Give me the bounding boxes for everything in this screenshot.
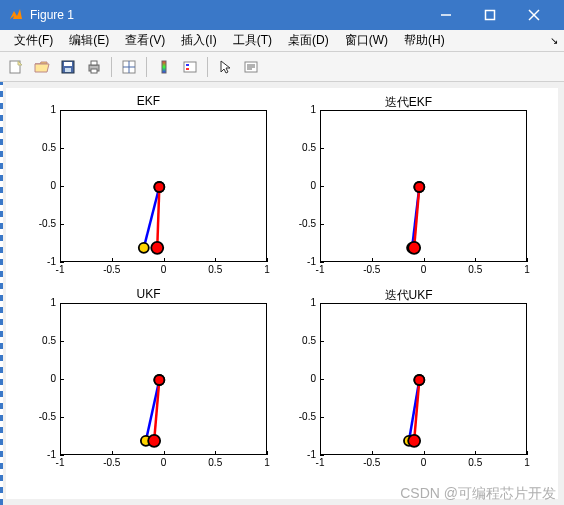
- new-figure-button[interactable]: [4, 55, 28, 79]
- ytick-label: 1: [310, 297, 316, 308]
- series-marker: [408, 435, 420, 447]
- toolbar: [0, 52, 564, 82]
- plot-svg: [61, 111, 268, 263]
- xtick-label: -1: [50, 457, 70, 468]
- subplot-bottom-right: 迭代UKF-1-0.500.51-1-0.500.51: [286, 303, 531, 473]
- series-marker: [408, 242, 420, 254]
- menu-insert[interactable]: 插入(I): [173, 30, 224, 51]
- left-edge-decor: [0, 82, 3, 505]
- ytick-label: -0.5: [299, 411, 316, 422]
- pointer-button[interactable]: [213, 55, 237, 79]
- ytick-label: 1: [310, 104, 316, 115]
- plot-svg: [61, 304, 268, 456]
- ytick-label: -0.5: [39, 411, 56, 422]
- edit-plot-button[interactable]: [239, 55, 263, 79]
- xtick-label: 0.5: [465, 457, 485, 468]
- titlebar: Figure 1: [0, 0, 564, 30]
- toolbar-separator: [111, 57, 112, 77]
- axes-box[interactable]: [60, 110, 267, 262]
- print-button[interactable]: [82, 55, 106, 79]
- xtick-label: -0.5: [102, 264, 122, 275]
- menu-edit[interactable]: 编辑(E): [61, 30, 117, 51]
- ytick-label: 0: [310, 180, 316, 191]
- xtick-label: 0.5: [205, 457, 225, 468]
- svg-rect-7: [65, 68, 71, 72]
- menu-window[interactable]: 窗口(W): [337, 30, 396, 51]
- xtick-label: 1: [517, 457, 537, 468]
- series-marker: [414, 182, 424, 192]
- series-marker: [139, 243, 149, 253]
- xtick-label: 1: [257, 457, 277, 468]
- xtick-label: -1: [310, 457, 330, 468]
- figure-canvas: EKF-1-0.500.51-1-0.500.51迭代EKF-1-0.500.5…: [0, 82, 564, 505]
- subplot-title: 迭代EKF: [286, 94, 531, 111]
- xtick-label: 0: [414, 457, 434, 468]
- save-button[interactable]: [56, 55, 80, 79]
- menu-desktop[interactable]: 桌面(D): [280, 30, 337, 51]
- ytick-label: 1: [50, 297, 56, 308]
- xtick-label: -1: [50, 264, 70, 275]
- ytick-label: 0.5: [302, 335, 316, 346]
- dock-arrow-icon[interactable]: ↘: [550, 35, 558, 46]
- menu-help[interactable]: 帮助(H): [396, 30, 453, 51]
- svg-rect-15: [184, 62, 196, 72]
- ytick-label: 1: [50, 104, 56, 115]
- series-marker: [151, 242, 163, 254]
- svg-rect-9: [91, 61, 97, 65]
- subplot-top-left: EKF-1-0.500.51-1-0.500.51: [26, 110, 271, 280]
- subplot-bottom-left: UKF-1-0.500.51-1-0.500.51: [26, 303, 271, 473]
- subplot-title: EKF: [26, 94, 271, 108]
- menu-tools[interactable]: 工具(T): [225, 30, 280, 51]
- insert-colorbar-button[interactable]: [152, 55, 176, 79]
- datacursor-button[interactable]: [117, 55, 141, 79]
- xtick-label: -0.5: [362, 264, 382, 275]
- xtick-label: 1: [257, 264, 277, 275]
- svg-rect-1: [486, 11, 495, 20]
- svg-rect-14: [162, 61, 166, 73]
- open-button[interactable]: [30, 55, 54, 79]
- series-marker: [154, 182, 164, 192]
- axes-box[interactable]: [60, 303, 267, 455]
- window-title: Figure 1: [30, 8, 424, 22]
- series-marker: [154, 375, 164, 385]
- matlab-logo-icon: [8, 7, 24, 23]
- ytick-label: -0.5: [299, 218, 316, 229]
- xtick-label: -0.5: [102, 457, 122, 468]
- xtick-label: 0.5: [465, 264, 485, 275]
- minimize-button[interactable]: [424, 0, 468, 30]
- xtick-label: 0.5: [205, 264, 225, 275]
- ytick-label: 0: [310, 373, 316, 384]
- menubar: 文件(F) 编辑(E) 查看(V) 插入(I) 工具(T) 桌面(D) 窗口(W…: [0, 30, 564, 52]
- xtick-label: 0: [154, 264, 174, 275]
- close-button[interactable]: [512, 0, 556, 30]
- subplot-top-right: 迭代EKF-1-0.500.51-1-0.500.51: [286, 110, 531, 280]
- ytick-label: 0: [50, 180, 56, 191]
- xtick-label: -0.5: [362, 457, 382, 468]
- series-marker: [148, 435, 160, 447]
- svg-rect-6: [64, 62, 72, 66]
- xtick-label: 0: [414, 264, 434, 275]
- maximize-button[interactable]: [468, 0, 512, 30]
- ytick-label: 0: [50, 373, 56, 384]
- xtick-label: 1: [517, 264, 537, 275]
- series-marker: [414, 375, 424, 385]
- menu-view[interactable]: 查看(V): [117, 30, 173, 51]
- menu-file[interactable]: 文件(F): [6, 30, 61, 51]
- ytick-label: 0.5: [42, 142, 56, 153]
- subplot-title: 迭代UKF: [286, 287, 531, 304]
- ytick-label: 0.5: [302, 142, 316, 153]
- plot-svg: [321, 304, 528, 456]
- window-buttons: [424, 0, 556, 30]
- ytick-label: 0.5: [42, 335, 56, 346]
- toolbar-separator: [146, 57, 147, 77]
- toolbar-separator: [207, 57, 208, 77]
- plot-svg: [321, 111, 528, 263]
- axes-box[interactable]: [320, 110, 527, 262]
- axes-box[interactable]: [320, 303, 527, 455]
- insert-legend-button[interactable]: [178, 55, 202, 79]
- svg-rect-10: [91, 69, 97, 73]
- subplot-title: UKF: [26, 287, 271, 301]
- xtick-label: 0: [154, 457, 174, 468]
- xtick-label: -1: [310, 264, 330, 275]
- ytick-label: -0.5: [39, 218, 56, 229]
